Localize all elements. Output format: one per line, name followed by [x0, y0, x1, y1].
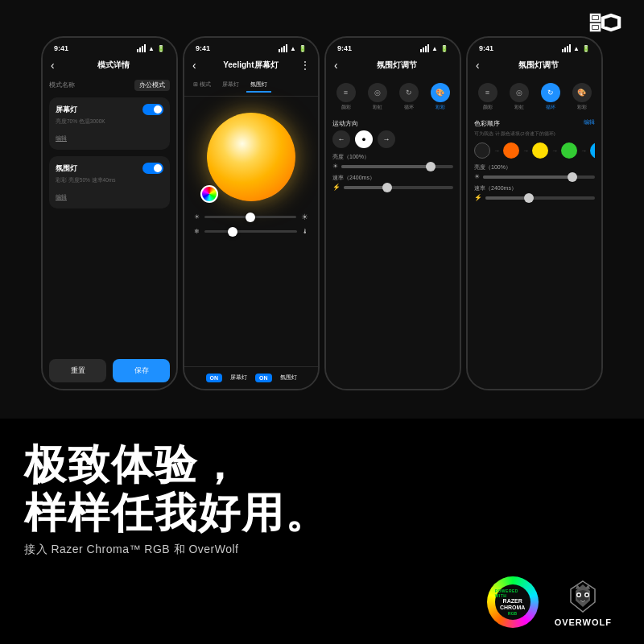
back-icon-4[interactable]: ‹	[476, 59, 480, 72]
brightness-slider-row-3: ☀	[332, 163, 453, 170]
tab-bar-2: ⊞ 模式 屏幕灯 氛围灯	[184, 75, 318, 97]
dir-center[interactable]: ●	[355, 130, 373, 148]
status-bar-1: 9:41 ▲ 🔋	[43, 38, 176, 56]
status-icons-2: ▲ 🔋	[279, 44, 307, 52]
speed-fill-4	[485, 196, 529, 200]
temp-thumb-2[interactable]	[228, 227, 237, 237]
back-icon-1[interactable]: ‹	[51, 59, 55, 72]
overwolf-icon	[564, 578, 601, 615]
brightness-track-4[interactable]	[483, 175, 595, 179]
effect-label-1: 彩虹	[373, 104, 382, 111]
headline-line1: 极致体验，	[24, 441, 620, 489]
status-icons-3: ▲ 🔋	[420, 44, 448, 52]
dir-left[interactable]: ←	[332, 130, 350, 148]
brightness-thumb-4[interactable]	[568, 172, 577, 182]
phone-1: 9:41 ▲ 🔋 ‹ 模式详情 模式名称	[41, 36, 178, 390]
nav-title-2: Yeelight屏幕灯	[201, 60, 300, 71]
effect-1[interactable]: ◎ 彩虹	[368, 83, 387, 111]
effect-4-1[interactable]: ◎ 彩虹	[510, 83, 529, 111]
effect-circle-4-1: ◎	[510, 83, 529, 102]
brightness-track-2[interactable]	[204, 216, 296, 218]
effect-0[interactable]: ≡ 颜彩	[336, 83, 356, 111]
edit-link-4[interactable]: 编辑	[584, 118, 595, 126]
tab-screen[interactable]: 屏幕灯	[218, 78, 243, 93]
brightness-min-icon: ☀	[194, 213, 200, 221]
dir-right[interactable]: →	[378, 130, 395, 148]
speed-thumb-3[interactable]	[382, 183, 392, 192]
color-wheel[interactable]	[200, 185, 218, 203]
color-dot-1[interactable]	[503, 142, 519, 159]
brightness-slider-row-4: ☀	[474, 173, 595, 180]
effect-4-3[interactable]: 🎨 彩彩	[572, 83, 592, 111]
razer-rgb-text: RGB	[508, 611, 517, 616]
save-button[interactable]: 保存	[113, 359, 170, 382]
effect-label-4-2: 循环	[546, 104, 555, 111]
more-icon-2[interactable]: ⋮	[300, 60, 310, 71]
screen-light-toggle[interactable]	[142, 104, 163, 115]
screen-light-edit[interactable]: 编辑	[56, 135, 67, 141]
adjust-content-4: ≡ 颜彩 ◎ 彩虹 ↻ 循环 🎨 彩彩	[468, 75, 601, 389]
ambient-light-edit[interactable]: 编辑	[56, 194, 67, 200]
color-dot-4[interactable]	[590, 142, 595, 159]
screen-light-title: 屏幕灯	[56, 105, 77, 115]
effect-2[interactable]: ↻ 循环	[399, 83, 419, 111]
effect-3[interactable]: 🎨 彩彩	[431, 83, 450, 111]
adjust-content-3: ≡ 颜彩 ◎ 彩虹 ↻ 循环 🎨 彩彩 运	[326, 75, 460, 389]
status-bar-3: 9:41 ▲ 🔋	[326, 38, 460, 56]
speed-track-4[interactable]	[485, 196, 595, 200]
brand-logo	[588, 11, 625, 37]
effect-circle-3: 🎨	[431, 83, 450, 102]
phone1-content: 模式名称 办公模式 屏幕灯 亮度70% 色温3000K 编辑 氛围灯	[43, 75, 176, 353]
brightness-slider-2: ☀ ☀	[184, 209, 318, 225]
status-bar-4: 9:41 ▲ 🔋	[468, 38, 601, 56]
tab-ambient[interactable]: 氛围灯	[246, 78, 271, 93]
screen-on-badge: ON	[206, 374, 223, 382]
speed-thumb-4[interactable]	[524, 193, 534, 203]
ambient-light-title: 氛围灯	[56, 163, 77, 174]
mode-name-label: 模式名称	[49, 81, 75, 89]
effect-circle-1: ◎	[368, 83, 387, 102]
effect-4-2[interactable]: ↻ 循环	[541, 83, 560, 111]
back-icon-3[interactable]: ‹	[334, 59, 338, 72]
brightness-track-3[interactable]	[341, 165, 453, 168]
back-icon-2[interactable]: ‹	[192, 59, 196, 72]
screen-light-sub: 亮度70% 色温3000K	[56, 118, 163, 126]
phone2-bottom-bar: ON 屏幕灯 ON 氛围灯	[184, 366, 318, 389]
brightness-fill-4	[483, 175, 572, 179]
headline-line2: 样样任我好用。	[24, 489, 620, 538]
effect-circle-4-2: ↻	[541, 83, 560, 102]
ambient-light-toggle[interactable]	[142, 163, 163, 174]
status-icons-4: ▲ 🔋	[562, 44, 590, 52]
reset-button[interactable]: 重置	[49, 359, 106, 382]
nav-bar-3: ‹ 氛围灯调节	[326, 56, 460, 75]
effect-icons-row-4: ≡ 颜彩 ◎ 彩虹 ↻ 循环 🎨 彩彩	[474, 80, 595, 114]
arrow-3: →	[551, 147, 558, 155]
razer-logo: POWERED WITH RAZER CHROMA RGB	[487, 576, 539, 628]
brightness-fill-3	[341, 165, 431, 168]
time-1: 9:41	[54, 44, 68, 52]
razer-chroma-text: CHROMA	[500, 605, 526, 611]
effect-label-2: 循环	[404, 104, 414, 111]
ambient-on-badge: ON	[255, 374, 272, 382]
svg-point-2	[578, 593, 580, 596]
effect-label-0: 颜彩	[341, 104, 351, 111]
effect-circle-0: ≡	[336, 83, 356, 102]
temp-track-2[interactable]	[204, 230, 297, 233]
color-dot-3[interactable]	[561, 142, 577, 159]
effect-4-0[interactable]: ≡ 颜彩	[478, 83, 497, 111]
nav-bar-4: ‹ 氛围灯调节	[468, 56, 601, 75]
overwolf-label: OVERWOLF	[555, 617, 612, 627]
logos-row: POWERED WITH RAZER CHROMA RGB	[24, 576, 620, 628]
color-seq-title-4: 色彩顺序	[474, 119, 500, 128]
speed-icon-3: ⚡	[332, 184, 341, 191]
razer-brand-text: RAZER	[503, 598, 522, 605]
temp-slider-2: ❄ 🌡	[184, 225, 318, 238]
tab-mode[interactable]: ⊞ 模式	[189, 78, 215, 93]
color-dot-2[interactable]	[532, 142, 548, 159]
temp-max-icon: 🌡	[302, 228, 308, 235]
speed-track-3[interactable]	[344, 186, 453, 189]
brightness-thumb-2[interactable]	[246, 213, 255, 222]
brightness-label-3: 亮度（100%）	[332, 153, 453, 161]
screen-light-card: 屏幕灯 亮度70% 色温3000K 编辑	[49, 97, 170, 150]
brightness-thumb-3[interactable]	[426, 162, 436, 171]
